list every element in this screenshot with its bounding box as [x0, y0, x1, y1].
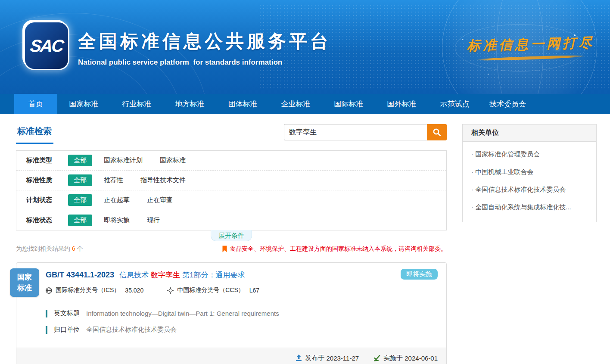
published-date-item: 发布于 2023-11-27: [296, 354, 359, 362]
filter-label: 标准类型: [26, 156, 68, 165]
related-unit-link[interactable]: 全国信息技术标准化技术委员会: [470, 181, 588, 199]
filter-option[interactable]: 推荐性: [104, 176, 123, 184]
standard-code: GB/T 43441.1-2023: [46, 271, 114, 279]
published-label: 发布于: [305, 354, 324, 362]
sac-logo-text: SAC: [29, 36, 64, 56]
filter-row-plan-status: 计划状态 全部 正在起草 正在审查: [16, 190, 446, 210]
implemented-date-item: 实施于 2024-06-01: [373, 354, 438, 362]
filter-option[interactable]: 现行: [147, 216, 160, 224]
site-header: SAC 全国标准信息公共服务平台 National public service…: [0, 0, 610, 94]
right-column: 相关单位 国家标准化管理委员会 中国机械工业联合会 全国信息技术标准化技术委员会…: [462, 124, 597, 222]
filter-all-button[interactable]: 全部: [68, 155, 92, 166]
compass-icon: [167, 287, 174, 294]
filter-row-standard-type: 标准类型 全部 国家标准计划 国家标准: [16, 151, 446, 171]
filter-row-standard-status: 标准状态 全部 即将实施 现行: [16, 210, 446, 230]
card-body: GB/T 43441.1-2023信息技术数字孪生第1部分：通用要求 国际标准分…: [16, 263, 446, 300]
related-unit-link[interactable]: 国家标准化管理委员会: [470, 146, 588, 163]
filter-all-button[interactable]: 全部: [68, 215, 92, 226]
committee-value: 全国信息技术标准化技术委员会: [86, 326, 177, 334]
filter-option[interactable]: 正在审查: [147, 196, 173, 204]
search-icon: [432, 128, 442, 137]
expand-wrap: 展开条件: [16, 230, 447, 242]
card-footer: 发布于 2023-11-27 实施于 2024-06-01: [16, 348, 446, 364]
nav-item-pilot[interactable]: 示范试点: [428, 94, 481, 114]
nav-item-group-standards[interactable]: 团体标准: [216, 94, 269, 114]
ccs-label: 中国标准分类号（CCS）: [177, 286, 244, 294]
ics-item: 国际标准分类号（ICS） 35.020: [46, 286, 143, 294]
filter-label: 标准状态: [26, 216, 68, 224]
status-badge: 即将实施: [401, 269, 438, 280]
system-notice: 食品安全、环境保护、工程建设方面的国家标准未纳入本系统，请咨询相关部委。: [222, 245, 447, 253]
site-subtitle: National public service platform for sta…: [78, 58, 331, 67]
slogan-block: 标准信息一网打尽: [467, 35, 594, 59]
expand-conditions-button[interactable]: 展开条件: [211, 230, 252, 241]
search-row: 标准检索: [16, 124, 447, 144]
search-button[interactable]: [427, 124, 447, 140]
result-count: 为您找到相关结果约6个: [16, 245, 83, 253]
nav-item-technical-committee[interactable]: 技术委员会: [481, 94, 534, 114]
results-row: 为您找到相关结果约6个 食品安全、环境保护、工程建设方面的国家标准未纳入本系统，…: [16, 245, 447, 253]
related-unit-link[interactable]: 全国自动化系统与集成标准化技...: [470, 199, 588, 216]
search-input[interactable]: [284, 124, 427, 140]
nav-item-national-standards[interactable]: 国家标准: [57, 94, 110, 114]
card-info: 英文标题 Information technology—Digital twin…: [16, 300, 446, 342]
published-date: 2023-11-27: [326, 355, 359, 362]
nav-item-home[interactable]: 首页: [14, 94, 57, 114]
implement-icon: [373, 355, 380, 361]
notice-text: 食品安全、环境保护、工程建设方面的国家标准未纳入本系统，请咨询相关部委。: [230, 245, 447, 253]
search-group: [284, 124, 447, 140]
committee-row: 归口单位 全国信息技术标准化技术委员会: [46, 326, 438, 334]
filter-label: 标准性质: [26, 176, 68, 184]
implemented-label: 实施于: [383, 354, 403, 362]
committee-label: 归口单位: [54, 326, 80, 334]
filter-option[interactable]: 国家标准: [160, 156, 186, 165]
filter-option[interactable]: 国家标准计划: [104, 156, 143, 165]
publish-icon: [296, 355, 302, 361]
badge-line1: 国家: [10, 272, 39, 283]
filter-row-standard-nature: 标准性质 全部 推荐性 指导性技术文件: [16, 171, 446, 190]
result-count-prefix: 为您找到相关结果约: [16, 245, 70, 252]
badge-line2: 标准: [10, 283, 39, 294]
filter-all-button[interactable]: 全部: [68, 174, 92, 186]
nav-item-international-standards[interactable]: 国际标准: [322, 94, 375, 114]
site-title-block: 全国标准信息公共服务平台 National public service pla…: [78, 29, 331, 67]
sac-logo[interactable]: SAC: [25, 22, 68, 69]
implemented-date: 2024-06-01: [405, 355, 438, 362]
nav-item-enterprise-standards[interactable]: 企业标准: [269, 94, 322, 114]
teal-bar: [46, 326, 47, 334]
tab-standard-search[interactable]: 标准检索: [16, 124, 53, 144]
related-units-list: 国家标准化管理委员会 中国机械工业联合会 全国信息技术标准化技术委员会 全国自动…: [463, 142, 596, 222]
nav-item-local-standards[interactable]: 地方标准: [163, 94, 216, 114]
standard-title-highlight: 数字孪生: [151, 271, 180, 279]
national-standard-badge: 国家 标准: [10, 268, 39, 297]
standard-title-link[interactable]: GB/T 43441.1-2023信息技术数字孪生第1部分：通用要求: [46, 270, 438, 280]
nav-item-industry-standards[interactable]: 行业标准: [110, 94, 163, 114]
related-units-panel: 相关单位 国家标准化管理委员会 中国机械工业联合会 全国信息技术标准化技术委员会…: [462, 124, 597, 222]
left-column: 标准检索 标准类型 全部 国家标准计划 国家标准: [16, 124, 447, 364]
filter-option[interactable]: 指导性技术文件: [140, 176, 186, 184]
english-title-label: 英文标题: [54, 309, 80, 317]
related-units-title: 相关单位: [463, 124, 596, 142]
filter-option[interactable]: 正在起草: [104, 196, 130, 204]
nav-item-foreign-standards[interactable]: 国外标准: [375, 94, 428, 114]
standard-title-part2: 第1部分：通用要求: [182, 271, 245, 279]
ics-label: 国际标准分类号（ICS）: [56, 286, 120, 294]
ics-value: 35.020: [125, 287, 143, 294]
site-title: 全国标准信息公共服务平台: [78, 29, 331, 53]
result-count-suffix: 个: [77, 245, 83, 252]
bookmark-icon: [222, 246, 227, 252]
english-title-row: 英文标题 Information technology—Digital twin…: [46, 309, 438, 317]
filter-panel: 标准类型 全部 国家标准计划 国家标准 标准性质 全部 推荐性 指导性技术文件 …: [16, 150, 447, 230]
filter-all-button[interactable]: 全部: [68, 194, 92, 206]
ccs-item: 中国标准分类号（CCS） L67: [167, 286, 259, 294]
filter-label: 计划状态: [26, 196, 68, 204]
slogan-text: 标准信息一网打尽: [467, 34, 595, 55]
english-title-value: Information technology—Digital twin—Part…: [86, 310, 279, 317]
standard-result-card: 国家 标准 即将实施 GB/T 43441.1-2023信息技术数字孪生第1部分…: [16, 262, 447, 364]
filter-option[interactable]: 即将实施: [104, 216, 130, 224]
classification-row: 国际标准分类号（ICS） 35.020 中国标准分类号（CCS） L67: [46, 286, 438, 300]
related-unit-link[interactable]: 中国机械工业联合会: [470, 163, 588, 181]
globe-icon: [46, 287, 52, 294]
main-content: 标准检索 标准类型 全部 国家标准计划 国家标准: [0, 114, 610, 364]
teal-bar: [46, 310, 47, 317]
